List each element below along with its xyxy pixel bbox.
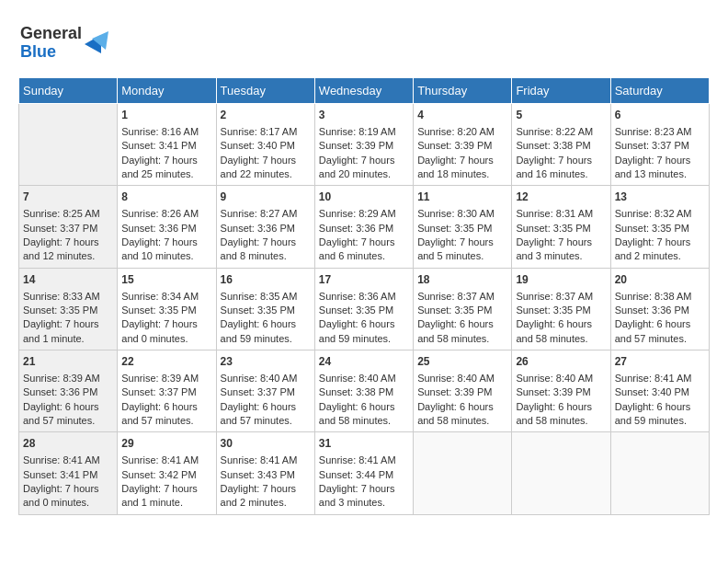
sunrise-text: Sunrise: 8:39 AM <box>23 372 113 385</box>
daylight-text: Daylight: 7 hours and 0 minutes. <box>121 317 211 346</box>
calendar-cell: 2Sunrise: 8:17 AMSunset: 3:40 PMDaylight… <box>216 104 314 186</box>
sunset-text: Sunset: 3:39 PM <box>417 139 507 153</box>
calendar-cell: 18Sunrise: 8:37 AMSunset: 3:35 PMDayligh… <box>414 268 512 350</box>
day-number: 8 <box>121 190 211 205</box>
daylight-text: Daylight: 7 hours and 20 minutes. <box>319 154 409 182</box>
daylight-text: Daylight: 6 hours and 57 minutes. <box>121 400 211 429</box>
daylight-text: Daylight: 6 hours and 58 minutes. <box>516 317 606 346</box>
calendar-week-row: 7Sunrise: 8:25 AMSunset: 3:37 PMDaylight… <box>19 186 710 268</box>
sunset-text: Sunset: 3:35 PM <box>516 222 606 236</box>
sunset-text: Sunset: 3:37 PM <box>615 139 705 153</box>
day-number: 16 <box>221 272 311 288</box>
day-number: 3 <box>319 108 409 123</box>
sunrise-text: Sunrise: 8:19 AM <box>319 125 409 139</box>
calendar-cell: 29Sunrise: 8:41 AMSunset: 3:42 PMDayligh… <box>118 432 216 514</box>
sunrise-text: Sunrise: 8:16 AM <box>121 125 211 139</box>
calendar-cell: 27Sunrise: 8:41 AMSunset: 3:40 PMDayligh… <box>610 350 709 432</box>
day-number: 25 <box>417 354 507 370</box>
weekday-row: SundayMondayTuesdayWednesdayThursdayFrid… <box>19 78 710 104</box>
sunset-text: Sunset: 3:41 PM <box>121 139 211 153</box>
sunrise-text: Sunrise: 8:20 AM <box>417 125 507 139</box>
sunrise-text: Sunrise: 8:40 AM <box>417 372 507 385</box>
daylight-text: Daylight: 7 hours and 12 minutes. <box>23 236 113 264</box>
sunrise-text: Sunrise: 8:41 AM <box>319 454 409 467</box>
calendar-cell: 1Sunrise: 8:16 AMSunset: 3:41 PMDaylight… <box>118 104 216 186</box>
calendar-week-row: 1Sunrise: 8:16 AMSunset: 3:41 PMDaylight… <box>19 104 710 186</box>
sunset-text: Sunset: 3:36 PM <box>121 222 211 236</box>
day-number: 11 <box>417 190 507 205</box>
calendar-week-row: 21Sunrise: 8:39 AMSunset: 3:36 PMDayligh… <box>19 350 710 432</box>
daylight-text: Daylight: 6 hours and 58 minutes. <box>417 317 507 346</box>
calendar-cell: 30Sunrise: 8:41 AMSunset: 3:43 PMDayligh… <box>216 432 314 514</box>
sunset-text: Sunset: 3:38 PM <box>319 385 409 399</box>
sunset-text: Sunset: 3:36 PM <box>615 304 705 317</box>
sunset-text: Sunset: 3:35 PM <box>121 304 211 317</box>
calendar-cell: 13Sunrise: 8:32 AMSunset: 3:35 PMDayligh… <box>610 186 709 268</box>
calendar-body: 1Sunrise: 8:16 AMSunset: 3:41 PMDaylight… <box>19 104 710 515</box>
calendar-week-row: 14Sunrise: 8:33 AMSunset: 3:35 PMDayligh… <box>19 268 710 350</box>
daylight-text: Daylight: 7 hours and 3 minutes. <box>319 482 409 511</box>
day-number: 31 <box>319 436 409 452</box>
sunset-text: Sunset: 3:36 PM <box>319 222 409 236</box>
weekday-header: Thursday <box>414 78 512 104</box>
sunrise-text: Sunrise: 8:26 AM <box>121 207 211 221</box>
day-number: 24 <box>319 354 409 370</box>
daylight-text: Daylight: 7 hours and 1 minute. <box>23 317 113 346</box>
sunset-text: Sunset: 3:39 PM <box>417 385 507 399</box>
weekday-header: Friday <box>512 78 610 104</box>
day-number: 23 <box>221 354 311 370</box>
day-number: 4 <box>417 108 507 123</box>
sunset-text: Sunset: 3:35 PM <box>23 304 113 317</box>
calendar-cell: 15Sunrise: 8:34 AMSunset: 3:35 PMDayligh… <box>118 268 216 350</box>
daylight-text: Daylight: 7 hours and 16 minutes. <box>516 154 606 182</box>
calendar-cell: 25Sunrise: 8:40 AMSunset: 3:39 PMDayligh… <box>414 350 512 432</box>
sunrise-text: Sunrise: 8:29 AM <box>319 207 409 221</box>
day-number: 26 <box>516 354 606 370</box>
sunrise-text: Sunrise: 8:33 AM <box>23 290 113 304</box>
sunrise-text: Sunrise: 8:40 AM <box>221 372 311 385</box>
calendar-cell: 26Sunrise: 8:40 AMSunset: 3:39 PMDayligh… <box>512 350 610 432</box>
daylight-text: Daylight: 6 hours and 58 minutes. <box>417 400 507 429</box>
sunrise-text: Sunrise: 8:31 AM <box>516 207 606 221</box>
day-number: 22 <box>121 354 211 370</box>
sunrise-text: Sunrise: 8:40 AM <box>516 372 606 385</box>
daylight-text: Daylight: 6 hours and 58 minutes. <box>319 400 409 429</box>
daylight-text: Daylight: 7 hours and 5 minutes. <box>417 236 507 264</box>
day-number: 21 <box>23 354 113 370</box>
day-number: 29 <box>121 436 211 452</box>
sunset-text: Sunset: 3:41 PM <box>23 468 113 482</box>
daylight-text: Daylight: 7 hours and 8 minutes. <box>221 236 311 264</box>
daylight-text: Daylight: 7 hours and 25 minutes. <box>121 154 211 182</box>
sunrise-text: Sunrise: 8:40 AM <box>319 372 409 385</box>
sunset-text: Sunset: 3:35 PM <box>615 222 705 236</box>
daylight-text: Daylight: 6 hours and 59 minutes. <box>221 317 311 346</box>
sunrise-text: Sunrise: 8:38 AM <box>615 290 705 304</box>
calendar-cell: 31Sunrise: 8:41 AMSunset: 3:44 PMDayligh… <box>314 432 413 514</box>
sunrise-text: Sunrise: 8:41 AM <box>615 372 705 385</box>
calendar-week-row: 28Sunrise: 8:41 AMSunset: 3:41 PMDayligh… <box>19 432 710 514</box>
weekday-header: Tuesday <box>216 78 314 104</box>
day-number: 18 <box>417 272 507 288</box>
svg-text:Blue: Blue <box>20 42 56 61</box>
sunset-text: Sunset: 3:40 PM <box>221 139 311 153</box>
daylight-text: Daylight: 7 hours and 18 minutes. <box>417 154 507 182</box>
sunrise-text: Sunrise: 8:27 AM <box>221 207 311 221</box>
day-number: 14 <box>23 272 113 288</box>
day-number: 1 <box>121 108 211 123</box>
sunrise-text: Sunrise: 8:23 AM <box>615 125 705 139</box>
sunset-text: Sunset: 3:42 PM <box>121 468 211 482</box>
sunset-text: Sunset: 3:39 PM <box>319 139 409 153</box>
sunset-text: Sunset: 3:35 PM <box>319 304 409 317</box>
calendar-cell: 23Sunrise: 8:40 AMSunset: 3:37 PMDayligh… <box>216 350 314 432</box>
sunrise-text: Sunrise: 8:39 AM <box>121 372 211 385</box>
calendar-cell: 7Sunrise: 8:25 AMSunset: 3:37 PMDaylight… <box>19 186 118 268</box>
calendar-cell: 24Sunrise: 8:40 AMSunset: 3:38 PMDayligh… <box>314 350 413 432</box>
day-number: 9 <box>221 190 311 205</box>
sunrise-text: Sunrise: 8:32 AM <box>615 207 705 221</box>
daylight-text: Daylight: 7 hours and 1 minute. <box>121 482 211 511</box>
day-number: 12 <box>516 190 606 205</box>
day-number: 27 <box>615 354 705 370</box>
calendar-cell: 3Sunrise: 8:19 AMSunset: 3:39 PMDaylight… <box>314 104 413 186</box>
daylight-text: Daylight: 7 hours and 2 minutes. <box>221 482 311 511</box>
sunrise-text: Sunrise: 8:37 AM <box>516 290 606 304</box>
